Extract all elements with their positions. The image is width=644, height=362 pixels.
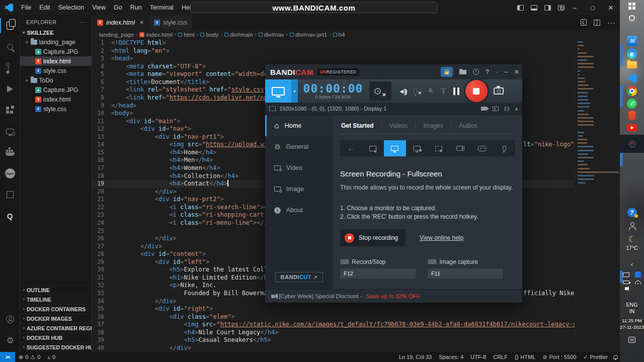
- activity-item-run-debug[interactable]: [0, 78, 20, 100]
- taskbar-vscode-icon[interactable]: [620, 73, 644, 83]
- taskbar-youtube-icon[interactable]: [620, 124, 644, 131]
- indentation[interactable]: Spaces: 4: [435, 352, 467, 362]
- online-help-link[interactable]: View online help: [420, 234, 463, 241]
- activity-item-account[interactable]: [0, 309, 20, 330]
- bandicam-nav-image[interactable]: Image: [265, 178, 333, 200]
- open-folder-icon[interactable]: [459, 70, 466, 74]
- section-docker-images[interactable]: ›DOCKER IMAGES: [20, 314, 92, 323]
- pause-button[interactable]: [453, 87, 459, 95]
- command-center[interactable]: www.BANDICAM.com: [190, 2, 438, 13]
- workspace-root[interactable]: ∨ SKILLZEE: [20, 28, 92, 37]
- explorer-more-icon[interactable]: ···: [80, 19, 87, 25]
- video-capture-icon[interactable]: [481, 107, 487, 111]
- notification-center-icon[interactable]: [620, 337, 644, 343]
- maximize-button[interactable]: ▢: [584, 0, 602, 15]
- mode-game[interactable]: [471, 140, 494, 156]
- stop-record-button[interactable]: [465, 80, 488, 102]
- breadcrumb-item-body[interactable]: body: [200, 32, 218, 38]
- section-suggested-docker-hub-[interactable]: ›SUGGESTED DOCKER HUB ...: [20, 342, 92, 352]
- breadcrumb-item-index-html[interactable]: 5index.html: [139, 32, 172, 38]
- bandicam-tab-images[interactable]: Images: [416, 122, 450, 129]
- bandicam-nav-about[interactable]: iAbout: [265, 200, 333, 221]
- section-azure-container-regis-[interactable]: ›AZURE CONTAINER REGIS...: [20, 323, 92, 333]
- help-icon[interactable]: ?: [486, 68, 489, 75]
- tree-file-index-html[interactable]: 5index.html: [20, 56, 92, 66]
- bandicam-tab-videos[interactable]: Videos: [382, 122, 415, 129]
- breadcrumb-item-h4[interactable]: h4: [333, 32, 345, 38]
- taskbar-mail-icon[interactable]: ✉: [620, 36, 644, 46]
- activity-item-extensions[interactable]: [0, 100, 20, 121]
- hotkey-input[interactable]: F11: [428, 268, 503, 279]
- minimize-icon[interactable]: –: [504, 68, 508, 75]
- battery-icon[interactable]: [623, 281, 629, 284]
- cursor-position[interactable]: Ln 19, Col 33: [395, 352, 435, 362]
- prettier-status[interactable]: ✓ Prettier: [580, 352, 611, 362]
- section-timeline[interactable]: ›TIMELINE: [20, 295, 92, 304]
- problems-status[interactable]: ⊗ 0 ⚠ 0: [15, 352, 44, 362]
- live-server-port[interactable]: ⊘ Port : 5500: [539, 352, 580, 362]
- minimap[interactable]: [575, 39, 620, 352]
- taskbar-search-button[interactable]: [620, 15, 644, 21]
- menu-run[interactable]: Run: [126, 4, 146, 11]
- menu-go[interactable]: Go: [110, 4, 126, 11]
- encoding[interactable]: UTF-8: [467, 352, 490, 362]
- breadcrumb-item-div-nav-prt1[interactable]: div#nav-prt1: [290, 32, 327, 38]
- taskbar-edge-icon[interactable]: e: [620, 48, 644, 59]
- activity-item-explorer[interactable]: [0, 15, 20, 36]
- breadcrumb-item-div-main[interactable]: div#main: [224, 32, 253, 38]
- lock-button[interactable]: [441, 67, 453, 77]
- section-outline[interactable]: ›OUTLINE: [20, 285, 92, 295]
- mode-device[interactable]: [450, 140, 472, 156]
- tree-file-style-css[interactable]: #style.css: [20, 66, 92, 75]
- speaker-button[interactable]: ◄)): [398, 87, 407, 95]
- stop-recording-button[interactable]: Stop recording: [340, 229, 406, 246]
- mode-fullscreen[interactable]: [384, 140, 406, 156]
- recording-target-dropdown[interactable]: ▼: [291, 79, 298, 103]
- hotkey-input[interactable]: F12: [340, 268, 416, 279]
- tree-file-style-css[interactable]: #style.css: [20, 104, 92, 114]
- ports-status[interactable]: ▵ 0: [44, 352, 59, 362]
- toggle-secondary-sidebar-icon[interactable]: [544, 5, 551, 11]
- tray-weather-widget[interactable]: ☾17°C: [620, 234, 644, 251]
- tray-people-icon[interactable]: [620, 222, 644, 230]
- mode-select-area[interactable]: [362, 140, 384, 156]
- open-preview-icon[interactable]: [581, 19, 587, 26]
- taskbar-start-button[interactable]: [620, 3, 644, 10]
- bandicut-button[interactable]: BANDICUT ↗: [275, 272, 324, 282]
- webcam-button[interactable]: ✕: [369, 81, 391, 101]
- activity-item-quokka[interactable]: Q: [0, 205, 20, 226]
- remote-indicator[interactable]: ><: [0, 352, 15, 362]
- promo-footer[interactable]: [Cyber Week] Special Discount - Save up …: [265, 289, 522, 303]
- breadcrumb-item-landing-page[interactable]: landing_page: [99, 32, 134, 38]
- taskbar-chrome-icon[interactable]: [620, 86, 644, 96]
- activity-item-live-server[interactable]: [0, 184, 20, 205]
- toggle-panel-icon[interactable]: [531, 5, 537, 11]
- tray-help-icon[interactable]: ?: [620, 208, 644, 217]
- taskbar-file-explorer-icon[interactable]: [620, 61, 644, 68]
- recording-target-button[interactable]: [265, 79, 291, 103]
- close-button[interactable]: ✕: [602, 0, 620, 15]
- tray-display-icon[interactable]: [623, 273, 629, 277]
- eol-sequence[interactable]: CRLF: [490, 352, 511, 362]
- wifi-icon[interactable]: [635, 281, 641, 284]
- language-mode[interactable]: {} HTML: [511, 352, 539, 362]
- section-docker-containers[interactable]: ›DOCKER CONTAINERS: [20, 304, 92, 314]
- taskbar-whatsapp-icon[interactable]: ✆: [620, 99, 644, 109]
- activity-item-docker[interactable]: [0, 142, 20, 163]
- menu-selection[interactable]: Selection: [54, 4, 88, 11]
- activity-item-source-control[interactable]: [0, 57, 20, 78]
- collapse-icon[interactable]: ∧: [515, 106, 518, 112]
- customize-layout-icon[interactable]: [558, 5, 565, 11]
- schedule-icon[interactable]: [473, 69, 479, 75]
- tree-file-capture-jpg[interactable]: ▲Capture.JPG: [20, 47, 92, 56]
- microphone-button[interactable]: ✕: [414, 86, 422, 96]
- menu-terminal[interactable]: Terminal: [146, 4, 178, 11]
- breadcrumb-item-html[interactable]: html: [178, 32, 195, 38]
- mode-back[interactable]: ←: [340, 140, 362, 156]
- activity-item-json[interactable]: Json: [0, 163, 20, 184]
- toggle-sidebar-icon[interactable]: [517, 5, 524, 11]
- menu-file[interactable]: File: [17, 4, 35, 11]
- tree-file-index-html[interactable]: 5index.html: [20, 95, 92, 104]
- taskbar-brave-icon[interactable]: [620, 111, 644, 121]
- broadcast-icon[interactable]: ((·)): [504, 106, 509, 111]
